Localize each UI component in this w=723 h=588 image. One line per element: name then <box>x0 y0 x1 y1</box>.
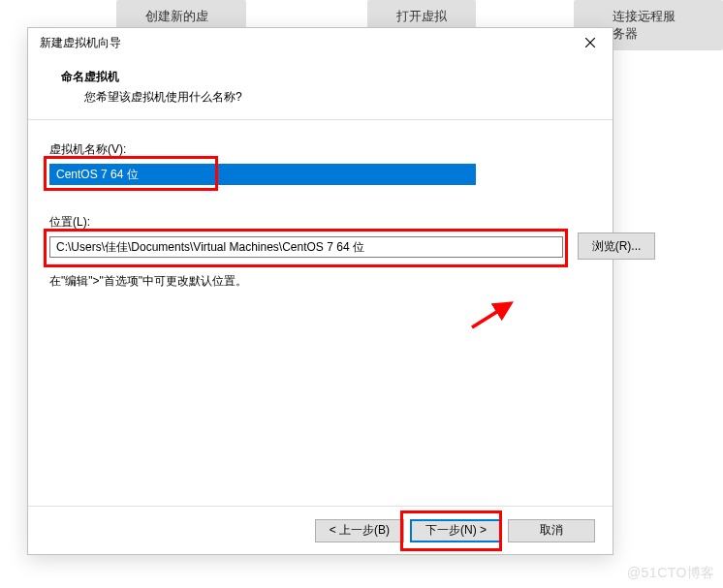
location-input[interactable] <box>49 236 563 258</box>
vm-name-label: 虚拟机名称(V): <box>49 141 591 158</box>
content-area: 虚拟机名称(V): 位置(L): 浏览(R)... 在"编辑">"首选项"中可更… <box>28 120 613 506</box>
button-bar: < 上一步(B) 下一步(N) > 取消 <box>28 506 613 554</box>
close-button[interactable] <box>568 28 613 57</box>
location-hint: 在"编辑">"首选项"中可更改默认位置。 <box>49 273 591 290</box>
titlebar: 新建虚拟机向导 <box>28 28 613 57</box>
location-label: 位置(L): <box>49 214 591 231</box>
browse-button[interactable]: 浏览(R)... <box>578 232 655 260</box>
dialog-title: 新建虚拟机向导 <box>40 35 121 51</box>
cancel-button[interactable]: 取消 <box>508 519 595 542</box>
new-vm-wizard-dialog: 新建虚拟机向导 命名虚拟机 您希望该虚拟机使用什么名称? 虚拟机名称(V): 位… <box>27 27 613 555</box>
watermark: @51CTO博客 <box>627 565 715 582</box>
vm-name-input[interactable] <box>49 164 476 185</box>
header-area: 命名虚拟机 您希望该虚拟机使用什么名称? <box>28 57 613 106</box>
back-button[interactable]: < 上一步(B) <box>315 519 404 542</box>
header-title: 命名虚拟机 <box>61 69 613 85</box>
header-subtitle: 您希望该虚拟机使用什么名称? <box>61 89 613 106</box>
next-button[interactable]: 下一步(N) > <box>410 519 502 542</box>
close-icon <box>585 38 595 47</box>
